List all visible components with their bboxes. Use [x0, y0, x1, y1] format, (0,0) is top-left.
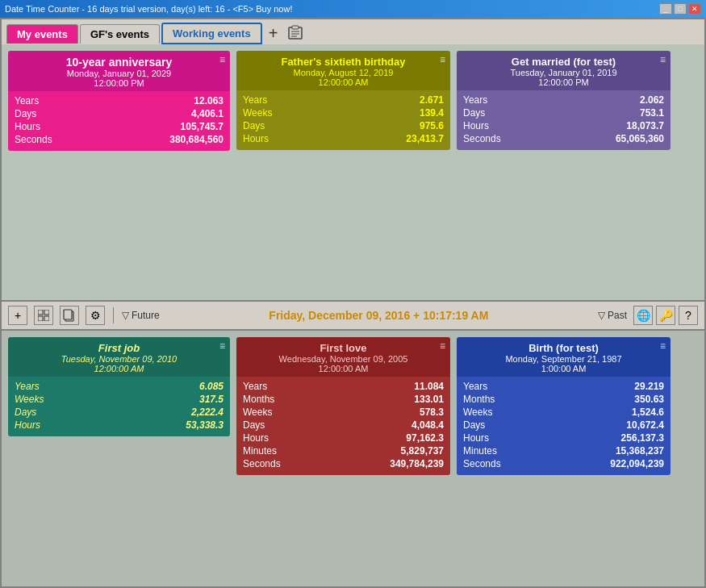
- anniversary-title: 10-year anniversary: [15, 56, 223, 69]
- close-button[interactable]: ✕: [688, 3, 701, 15]
- main-window: My events GF's events Working events + ≡…: [0, 18, 706, 588]
- birth-menu[interactable]: ≡: [660, 340, 666, 352]
- stat-row: Days 2,222.4: [15, 406, 223, 419]
- get-married-header: ≡ Get married (for test) Tuesday, Januar…: [457, 51, 670, 90]
- stat-row: Days 10,672.4: [463, 419, 664, 432]
- tab-my-events[interactable]: My events: [6, 24, 78, 44]
- copy-button[interactable]: [60, 306, 79, 325]
- get-married-stats: Years 2.062 Days 753.1 Hours 18,073.7 Se…: [457, 90, 670, 150]
- stat-row: Hours 105,745.7: [15, 120, 223, 133]
- birth-time: 1:00:00 AM: [463, 364, 664, 373]
- stat-row: Minutes 15,368,237: [463, 444, 664, 457]
- title-bar: Date Time Counter - 16 days trial versio…: [0, 0, 706, 18]
- stat-row: Weeks 139.4: [243, 106, 444, 119]
- clipboard-icon: [287, 25, 303, 40]
- stat-row: Years 29.219: [463, 380, 664, 393]
- fathers-birthday-header: ≡ Father's sixtieth birthday Monday, Aug…: [236, 51, 450, 90]
- first-love-menu[interactable]: ≡: [440, 340, 445, 352]
- stat-row: Seconds 349,784,239: [243, 457, 444, 470]
- tab-bar: My events GF's events Working events +: [2, 19, 704, 44]
- first-love-date: Wednesday, November 09, 2005: [243, 354, 444, 364]
- event-card-get-married: ≡ Get married (for test) Tuesday, Januar…: [457, 51, 670, 150]
- upper-events-section: ≡ 10-year anniversary Monday, January 01…: [2, 44, 704, 300]
- stat-row: Weeks 1,524.6: [463, 406, 664, 419]
- anniversary-date: Monday, January 01, 2029: [15, 69, 223, 78]
- get-married-title: Get married (for test): [463, 56, 664, 68]
- future-label: ▽ Future: [122, 310, 160, 321]
- stat-row: Years 6.085: [15, 380, 223, 393]
- first-love-stats: Years 11.084 Months 133.01 Weeks 578.3 D…: [236, 377, 450, 475]
- stat-row: Hours 53,338.3: [15, 419, 223, 432]
- event-card-birth: ≡ Birth (for test) Monday, September 21,…: [457, 337, 670, 475]
- current-datetime: Friday, December 09, 2016 + 10:17:19 AM: [166, 309, 591, 322]
- toolbar-separator: [113, 307, 114, 323]
- globe-button[interactable]: 🌐: [633, 306, 653, 325]
- stat-row: Years 2.671: [243, 94, 444, 106]
- stat-row: Seconds 380,684,560: [15, 133, 223, 146]
- stat-row: Years 12.063: [15, 94, 223, 107]
- anniversary-menu[interactable]: ≡: [219, 54, 225, 65]
- stat-row: Weeks 578.3: [243, 406, 444, 419]
- first-job-time: 12:00:00 AM: [15, 364, 223, 373]
- stat-row: Seconds 65,065,360: [463, 132, 664, 145]
- stat-row: Hours 23,413.7: [243, 132, 444, 145]
- fathers-birthday-title: Father's sixtieth birthday: [243, 56, 444, 68]
- stat-row: Hours 256,137.3: [463, 432, 664, 444]
- svg-rect-10: [64, 310, 72, 319]
- svg-rect-6: [44, 310, 49, 315]
- first-love-time: 12:00:00 AM: [243, 364, 444, 373]
- grid-icon: [38, 310, 49, 321]
- first-love-title: First love: [243, 342, 444, 354]
- first-job-header: ≡ First job Tuesday, November 09, 2010 1…: [8, 337, 230, 377]
- minimize-button[interactable]: _: [659, 3, 672, 15]
- anniversary-stats: Years 12.063 Days 4,406.1 Hours 105,745.…: [8, 91, 230, 151]
- anniversary-header: ≡ 10-year anniversary Monday, January 01…: [8, 51, 230, 91]
- get-married-time: 12:00:00 PM: [463, 77, 664, 87]
- tab-working-events[interactable]: Working events: [161, 23, 262, 44]
- stat-row: Days 975.6: [243, 119, 444, 132]
- birth-stats: Years 29.219 Months 350.63 Weeks 1,524.6…: [457, 377, 670, 475]
- anniversary-time: 12:00:00 PM: [15, 78, 223, 88]
- stat-row: Minutes 5,829,737: [243, 444, 444, 457]
- first-job-stats: Years 6.085 Weeks 317.5 Days 2,222.4 Hou…: [8, 377, 230, 436]
- add-tab-button[interactable]: +: [264, 24, 283, 43]
- stat-row: Months 350.63: [463, 393, 664, 406]
- title-bar-text: Date Time Counter - 16 days trial versio…: [5, 4, 292, 14]
- first-love-header: ≡ First love Wednesday, November 09, 200…: [236, 337, 450, 377]
- lower-events-section: ≡ First job Tuesday, November 09, 2010 1…: [2, 331, 704, 586]
- birth-title: Birth (for test): [463, 342, 664, 354]
- svg-rect-5: [38, 310, 43, 315]
- tab-gf-events[interactable]: GF's events: [80, 24, 160, 44]
- tab-icon-button[interactable]: [284, 25, 307, 43]
- window-controls: _ □ ✕: [659, 3, 701, 15]
- fathers-birthday-menu[interactable]: ≡: [440, 54, 445, 65]
- get-married-menu[interactable]: ≡: [660, 54, 666, 65]
- toolbar-right: 🌐 🔑 ?: [633, 306, 698, 325]
- stat-row: Months 133.01: [243, 393, 444, 406]
- add-event-button[interactable]: +: [8, 306, 27, 325]
- help-button[interactable]: ?: [679, 306, 698, 325]
- event-card-fathers-birthday: ≡ Father's sixtieth birthday Monday, Aug…: [236, 51, 450, 150]
- svg-rect-8: [44, 316, 49, 321]
- stat-row: Years 2.062: [463, 94, 664, 106]
- maximize-button[interactable]: □: [674, 3, 687, 15]
- svg-rect-7: [38, 316, 43, 321]
- stat-row: Seconds 922,094,239: [463, 457, 664, 470]
- svg-rect-1: [292, 26, 299, 29]
- event-card-first-love: ≡ First love Wednesday, November 09, 200…: [236, 337, 450, 475]
- grid-view-button[interactable]: [34, 306, 53, 325]
- stat-row: Hours 97,162.3: [243, 432, 444, 444]
- get-married-date: Tuesday, January 01, 2019: [463, 68, 664, 77]
- first-job-date: Tuesday, November 09, 2010: [15, 354, 223, 364]
- stat-row: Days 4,406.1: [15, 107, 223, 120]
- birth-date: Monday, September 21, 1987: [463, 354, 664, 364]
- settings-button[interactable]: ⚙: [86, 306, 105, 325]
- stat-row: Days 4,048.4: [243, 419, 444, 432]
- event-card-anniversary: ≡ 10-year anniversary Monday, January 01…: [8, 51, 230, 151]
- fathers-birthday-stats: Years 2.671 Weeks 139.4 Days 975.6 Hours…: [236, 90, 450, 150]
- copy-icon: [63, 309, 76, 322]
- first-job-menu[interactable]: ≡: [219, 340, 225, 352]
- key-button[interactable]: 🔑: [656, 306, 675, 325]
- past-label: ▽ Past: [598, 310, 627, 321]
- birth-header: ≡ Birth (for test) Monday, September 21,…: [457, 337, 670, 377]
